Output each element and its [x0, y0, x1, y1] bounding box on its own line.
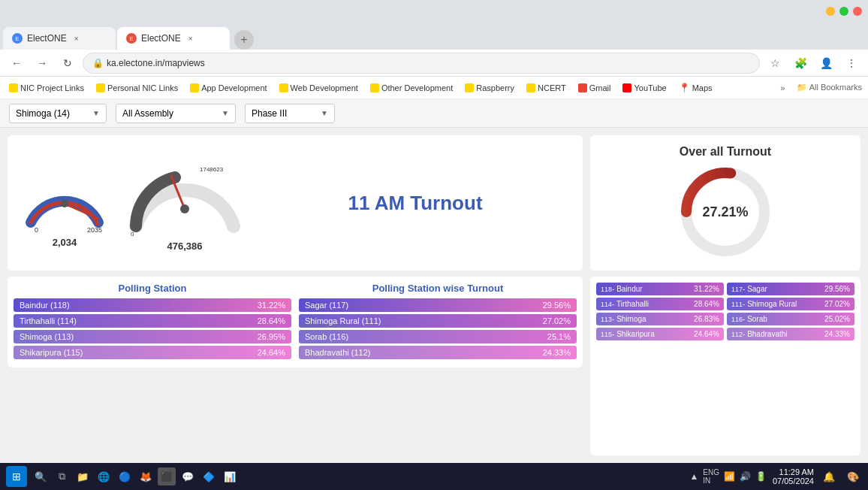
chrome-icon[interactable]: 🔵 — [116, 467, 134, 485]
clock-display[interactable]: 11:29 AM 07/05/2024 — [773, 467, 814, 485]
tab-1[interactable]: E ElectONE × — [3, 27, 116, 50]
gauges-row: 0 2035 2,034 — [8, 135, 583, 271]
app-icon[interactable]: 🔷 — [200, 467, 218, 485]
tab2-close[interactable]: × — [185, 33, 196, 44]
minimize-btn[interactable] — [826, 7, 835, 16]
battery-icon[interactable]: 🔋 — [755, 471, 767, 482]
gauge-left: 0 2035 2,034 — [20, 159, 110, 248]
address-bar[interactable]: 🔒 ka.electone.in/mapviews — [83, 53, 760, 74]
phase-value: Phase III — [252, 108, 287, 119]
rt-left-2: 113- Shimoga 26.83% — [596, 313, 724, 325]
menu-btn[interactable]: ⋮ — [841, 53, 862, 74]
rt-left0-info: 118- Baindur — [601, 285, 643, 293]
terminal-icon[interactable]: ⬛ — [158, 467, 176, 485]
tab2-favicon: E — [126, 33, 137, 44]
tray-arrow[interactable]: ▲ — [689, 471, 698, 482]
bm-personal-nic-label: Personal NIC Links — [107, 83, 178, 92]
dashboard: 0 2035 2,034 — [0, 128, 868, 463]
volume-icon[interactable]: 🔊 — [740, 471, 751, 482]
ps-wise-section: Polling Station wise Turnout Sagar (117)… — [299, 283, 577, 361]
rt-left-0: 118- Baindur 31.22% — [596, 283, 724, 295]
search-taskbar-icon[interactable]: 🔍 — [32, 467, 50, 485]
svg-text:2035: 2035 — [87, 226, 102, 234]
bm-other-dev[interactable]: Other Development — [367, 82, 456, 94]
tab2-label: ElectONE — [141, 33, 181, 44]
bm-nic-project[interactable]: NIC Project Links — [6, 82, 87, 94]
psw-row0-name: Sagar (117) — [305, 301, 348, 310]
rt-left3-pct: 24.64% — [694, 330, 719, 338]
folder-icon7 — [526, 83, 535, 92]
bm-raspberry[interactable]: Raspberry — [462, 82, 517, 94]
district-value: Shimoga (14) — [16, 108, 70, 119]
rt-left2-pct: 26.83% — [694, 315, 719, 323]
star-btn[interactable]: ☆ — [764, 53, 785, 74]
edge-icon[interactable]: 🌐 — [95, 467, 113, 485]
excel-icon[interactable]: 📊 — [221, 467, 239, 485]
ps-row-0: Baindur (118) 31.22% — [14, 298, 291, 312]
browser-window: E ElectONE × E ElectONE × + ← → ↻ 🔒 ka.e… — [0, 0, 868, 490]
wifi-icon[interactable]: 📶 — [724, 471, 735, 482]
bm-app-dev[interactable]: App Development — [187, 82, 270, 94]
ps-row3-pct: 24.64% — [258, 348, 285, 357]
right-table-card: 118- Baindur 31.22% 114- Tirthahalli 28.… — [590, 277, 860, 455]
telegram-icon[interactable]: 💬 — [179, 467, 197, 485]
all-bookmarks[interactable]: 📁 All Bookmarks — [797, 83, 862, 92]
folder-icon6 — [465, 83, 474, 92]
close-btn[interactable] — [853, 7, 862, 16]
refresh-btn[interactable]: ↻ — [57, 53, 78, 74]
district-arrow: ▼ — [92, 109, 100, 117]
forward-btn[interactable]: → — [32, 53, 53, 74]
assembly-filter[interactable]: All Assembly ▼ — [116, 104, 236, 123]
bm-personal-nic[interactable]: Personal NIC Links — [93, 82, 181, 94]
bm-ncert-label: NCERT — [538, 83, 566, 92]
ps-wise-title: Polling Station wise Turnout — [299, 283, 577, 294]
back-btn[interactable]: ← — [6, 53, 27, 74]
color-icon[interactable]: 🎨 — [844, 467, 862, 485]
bm-youtube[interactable]: YouTube — [619, 82, 669, 94]
bm-gmail[interactable]: Gmail — [575, 82, 614, 94]
folder-icon — [9, 83, 18, 92]
tab1-label: ElectONE — [27, 33, 67, 44]
gauge-left-svg: 0 2035 — [20, 159, 110, 234]
overall-turnout-card: Over all Turnout — [590, 135, 860, 271]
psw-row-1: Shimoga Rural (111) 27.02% — [299, 314, 577, 328]
tab-2[interactable]: E ElectONE × — [117, 27, 230, 50]
right-col-right: 117- Sagar 29.56% 111- Shimoga Rural 27.… — [727, 283, 854, 343]
bm-web-dev[interactable]: Web Development — [276, 82, 361, 94]
date-display: 07/05/2024 — [773, 476, 814, 485]
rt-right-0: 117- Sagar 29.56% — [727, 283, 854, 295]
rt-left1-info: 114- Tirthahalli — [601, 300, 649, 308]
district-filter[interactable]: Shimoga (14) ▼ — [9, 104, 107, 123]
taskview-icon[interactable]: ⧉ — [53, 467, 71, 485]
start-button[interactable]: ⊞ — [6, 466, 27, 487]
folder-icon3 — [190, 83, 199, 92]
tab1-close[interactable]: × — [71, 33, 82, 44]
maximize-btn[interactable] — [839, 7, 848, 16]
files-icon[interactable]: 📁 — [74, 467, 92, 485]
rt-right2-info: 116- Sorab — [731, 315, 767, 323]
psw-row2-name: Sorab (116) — [305, 332, 348, 341]
bookmarks-more[interactable]: » — [780, 83, 785, 92]
tab-bar: E ElectONE × E ElectONE × + — [0, 23, 868, 50]
bm-ncert[interactable]: NCERT — [523, 82, 569, 94]
polling-station-section: Polling Station Baindur (118) 31.22% Tir… — [14, 283, 291, 361]
donut-chart: 27.21% — [677, 163, 774, 261]
rt-right1-pct: 27.02% — [824, 300, 850, 308]
bm-maps[interactable]: 📍 Maps — [676, 81, 716, 95]
psw-row1-name: Shimoga Rural (111) — [305, 316, 381, 325]
folder-icon4 — [279, 83, 288, 92]
assembly-arrow: ▼ — [222, 109, 229, 117]
svg-point-5 — [180, 204, 189, 213]
firefox-icon[interactable]: 🦊 — [137, 467, 155, 485]
bm-app-dev-label: App Development — [201, 83, 267, 92]
extension-btn[interactable]: 🧩 — [790, 53, 811, 74]
new-tab-btn[interactable]: + — [234, 30, 254, 50]
rt-right0-pct: 29.56% — [824, 285, 850, 293]
taskbar: ⊞ 🔍 ⧉ 📁 🌐 🔵 🦊 ⬛ 💬 🔷 📊 ▲ ENGIN 📶 🔊 🔋 11:2… — [0, 463, 868, 490]
taskbar-right: ▲ ENGIN 📶 🔊 🔋 11:29 AM 07/05/2024 🔔 🎨 — [689, 467, 862, 485]
ps-row1-pct: 28.64% — [258, 316, 285, 325]
notification-icon[interactable]: 🔔 — [820, 467, 838, 485]
phase-filter[interactable]: Phase III ▼ — [245, 104, 335, 123]
profile-btn[interactable]: 👤 — [815, 53, 836, 74]
address-text: ka.electone.in/mapviews — [107, 58, 205, 68]
